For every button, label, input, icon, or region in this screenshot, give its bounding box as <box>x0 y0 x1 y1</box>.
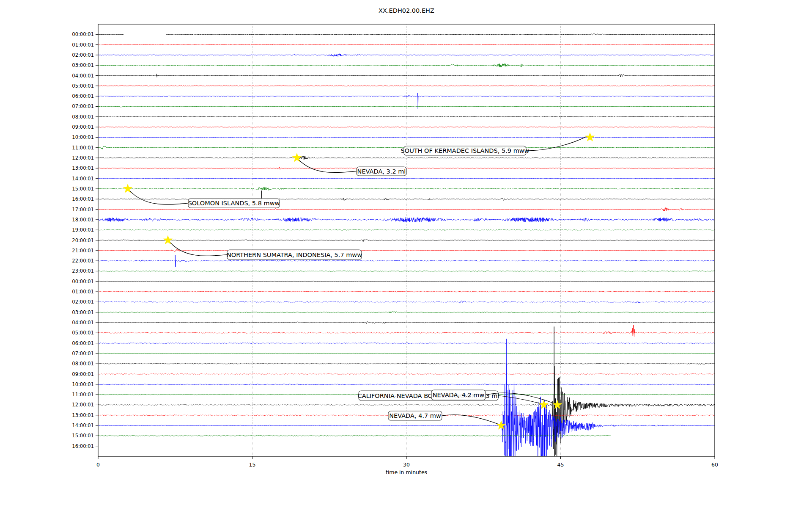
y-tick-label: 01:00:01 <box>72 42 94 48</box>
y-tick-label: 08:00:01 <box>72 361 94 367</box>
trace-row-5-05:00:01 <box>98 86 715 86</box>
y-tick-label: 07:00:01 <box>72 103 94 109</box>
x-tick-label: 45 <box>557 461 564 468</box>
y-tick-label: 11:00:01 <box>72 392 94 398</box>
event-star-icon <box>292 153 302 162</box>
y-tick-label: 04:00:01 <box>72 73 94 79</box>
y-tick-label: 16:00:01 <box>72 443 94 449</box>
event-label-text: NEVADA, 4.7 mw <box>389 412 441 419</box>
x-axis-label: time in minutes <box>386 469 427 475</box>
event-star-icon <box>163 235 173 245</box>
y-tick-label: 20:00:01 <box>72 237 94 243</box>
event-label-text: NEVADA, 4.2 mw <box>433 392 485 398</box>
trace-row-31-07:00:01 <box>98 353 715 354</box>
y-tick-label: 02:00:01 <box>72 299 94 305</box>
trace-row-7-07:00:01 <box>98 106 715 107</box>
y-tick-label: 13:00:01 <box>72 165 94 171</box>
trace-row-34-10:00:01 <box>98 384 715 385</box>
y-tick-label: 13:00:01 <box>72 412 94 418</box>
x-tick-label: 0 <box>96 461 100 468</box>
chart-title: XX.EDH02.00.EHZ <box>379 7 434 14</box>
event-label-text: SOLOMON ISLANDS, 5.8 mww <box>188 200 280 207</box>
y-tick-label: 04:00:01 <box>72 320 94 326</box>
trace-row-15-15:00:01 <box>98 187 714 190</box>
trace-row-39-15:00:01 <box>98 436 611 436</box>
y-tick-label: 21:00:01 <box>72 248 94 254</box>
y-tick-label: 16:00:01 <box>72 196 94 202</box>
trace-row-2-02:00:01 <box>98 54 714 57</box>
trace-row-0-00:00:01 <box>98 33 715 35</box>
seismogram-figure: XX.EDH02.00.EHZ 00:00:0101:00:0102:00:01… <box>0 0 812 508</box>
trace-row-9-09:00:01 <box>98 127 715 127</box>
event-star-icon <box>585 132 595 141</box>
y-tick-label: 15:00:01 <box>72 186 94 192</box>
y-tick-label: 07:00:01 <box>72 351 94 356</box>
y-tick-label: 05:00:01 <box>72 330 94 336</box>
trace-row-10-10:00:01 <box>98 137 715 138</box>
y-tick-label: 19:00:01 <box>72 227 94 233</box>
y-tick-label: 09:00:01 <box>72 124 94 130</box>
y-tick-label: 00:00:01 <box>72 279 94 284</box>
y-tick-label: 06:00:01 <box>72 340 94 346</box>
y-tick-label: 12:00:01 <box>72 402 94 408</box>
trace-row-30-06:00:01 <box>98 343 715 343</box>
x-tick-label: 60 <box>711 461 718 468</box>
y-tick-label: 14:00:01 <box>72 176 94 182</box>
event-label-text: NORTHERN SUMATRA, INDONESIA, 5.7 mww <box>227 251 362 258</box>
chart-content: 00:00:0101:00:0102:00:0103:00:0104:00:01… <box>72 24 718 508</box>
y-tick-label: 17:00:01 <box>72 207 94 213</box>
y-tick-label: 10:00:01 <box>72 134 94 140</box>
event-leader-line <box>170 243 227 256</box>
y-tick-label: 22:00:01 <box>72 258 94 264</box>
event-label-text: SOUTH OF KERMADEC ISLANDS, 5.9 mww <box>401 147 529 154</box>
y-tick-label: 02:00:01 <box>72 52 94 58</box>
y-tick-label: 00:00:01 <box>72 31 94 37</box>
y-tick-label: 11:00:01 <box>72 145 94 151</box>
event-leader-line <box>442 415 499 424</box>
trace-row-32-08:00:01 <box>98 363 715 364</box>
y-tick-label: 08:00:01 <box>72 114 94 120</box>
y-tick-label: 03:00:01 <box>72 62 94 68</box>
event-leader-line <box>299 160 357 173</box>
y-tick-label: 10:00:01 <box>72 381 94 387</box>
y-tick-label: 15:00:01 <box>72 433 94 439</box>
event-leader-line <box>130 191 188 204</box>
x-tick-label: 30 <box>403 461 410 468</box>
trace-row-33-09:00:01 <box>98 374 715 374</box>
event-leader-line <box>526 136 587 151</box>
y-tick-label: 18:00:01 <box>72 217 94 223</box>
helicorder-chart: XX.EDH02.00.EHZ 00:00:0101:00:0102:00:01… <box>0 0 812 508</box>
y-tick-label: 06:00:01 <box>72 93 94 99</box>
event-star-icon <box>123 184 133 193</box>
y-tick-label: 03:00:01 <box>72 309 94 315</box>
y-tick-label: 14:00:01 <box>72 422 94 428</box>
y-tick-label: 23:00:01 <box>72 268 94 274</box>
y-tick-label: 05:00:01 <box>72 83 94 89</box>
y-tick-label: 12:00:01 <box>72 155 94 161</box>
y-tick-label: 09:00:01 <box>72 371 94 377</box>
event-label-text: NEVADA, 3.2 ml <box>357 168 406 175</box>
trace-row-8-08:00:01 <box>98 116 715 117</box>
x-tick-label: 15 <box>249 461 256 468</box>
y-tick-label: 01:00:01 <box>72 289 94 295</box>
trace-row-18-18:00:01 <box>98 217 714 222</box>
